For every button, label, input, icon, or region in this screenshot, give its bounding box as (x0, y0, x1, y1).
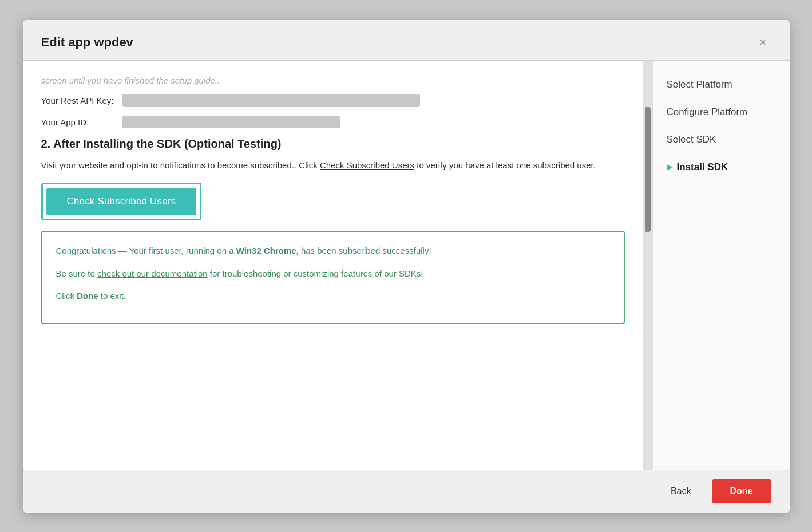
success-line3-before: Click (56, 291, 77, 301)
faded-text: screen until you have finished the setup… (41, 74, 625, 88)
modal-footer: Back Done (23, 470, 790, 513)
success-line1-before: Congratulations — Your first user, runni… (56, 246, 236, 255)
success-line1: Congratulations — Your first user, runni… (56, 243, 610, 258)
success-line3-after: to exit. (98, 291, 126, 301)
close-button[interactable]: × (755, 34, 771, 51)
modal-header: Edit app wpdev × (23, 20, 790, 61)
done-button[interactable]: Done (712, 479, 771, 503)
success-line1-after: , has been subscribed successfully! (296, 246, 431, 255)
app-id-value (122, 116, 340, 128)
success-line3: Click Done to exit. (56, 289, 610, 304)
back-button[interactable]: Back (659, 480, 703, 502)
sidebar-item-select-sdk-label: Select SDK (667, 134, 716, 145)
scrollbar-track[interactable] (643, 61, 652, 470)
section2-heading: 2. After Installing the SDK (Optional Te… (41, 137, 625, 151)
success-line2-after: for troubleshooting or customizing featu… (208, 269, 423, 278)
section2-text-before: Visit your website and opt-in to notific… (41, 160, 320, 170)
success-done-word: Done (77, 291, 98, 301)
modal-body: screen until you have finished the setup… (23, 61, 790, 470)
scrollbar-thumb[interactable] (645, 107, 651, 232)
sidebar-item-select-platform[interactable]: Select Platform (667, 79, 776, 90)
sidebar-item-configure-platform[interactable]: Configure Platform (667, 107, 776, 118)
section2-text: Visit your website and opt-in to notific… (41, 159, 625, 172)
rest-api-key-label: Your Rest API Key: (41, 96, 116, 105)
rest-api-key-value (122, 94, 420, 107)
success-line2: Be sure to check out our documentation f… (56, 266, 610, 281)
success-line2-link[interactable]: check out our documentation (97, 269, 208, 278)
success-box: Congratulations — Your first user, runni… (41, 231, 625, 324)
success-line1-bold: Win32 Chrome (236, 246, 296, 255)
modal-title: Edit app wpdev (41, 35, 133, 50)
section2-text-after: to verify you have at least one subscrib… (414, 160, 596, 170)
check-button-wrapper: Check Subscribed Users (41, 183, 202, 220)
app-id-row: Your App ID: (41, 116, 625, 128)
check-subscribed-users-button[interactable]: Check Subscribed Users (46, 188, 197, 215)
sidebar: Select Platform Configure Platform Selec… (652, 61, 790, 470)
main-content: screen until you have finished the setup… (23, 61, 643, 470)
success-line2-before: Be sure to (56, 269, 98, 278)
section2-link: Check Subscribed Users (320, 160, 414, 170)
arrow-icon: ▶ (667, 163, 672, 171)
sidebar-item-select-sdk[interactable]: Select SDK (667, 134, 776, 145)
sidebar-item-configure-platform-label: Configure Platform (667, 107, 748, 118)
sidebar-item-install-sdk[interactable]: ▶ Install SDK (667, 161, 776, 173)
app-id-label: Your App ID: (41, 117, 116, 127)
modal: Edit app wpdev × screen until you have f… (23, 20, 790, 513)
sidebar-item-install-sdk-label: Install SDK (677, 161, 728, 173)
rest-api-key-row: Your Rest API Key: (41, 94, 625, 107)
sidebar-item-select-platform-label: Select Platform (667, 79, 732, 90)
